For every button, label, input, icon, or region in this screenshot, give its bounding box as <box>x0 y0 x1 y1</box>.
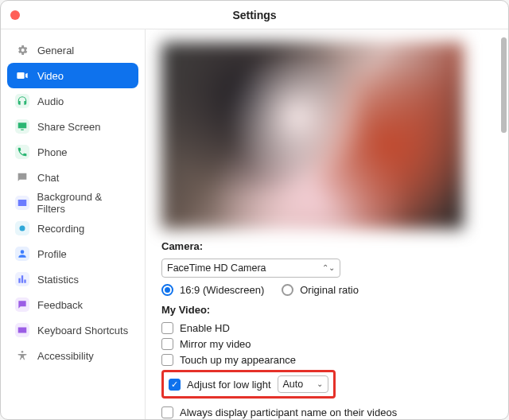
sidebar-item-label: Keyboard Shortcuts <box>37 325 128 336</box>
sidebar-item-keyboard-shortcuts[interactable]: Keyboard Shortcuts <box>7 317 138 343</box>
radio-widescreen[interactable] <box>161 284 173 296</box>
feedback-icon <box>15 298 29 312</box>
radio-original[interactable] <box>282 284 293 296</box>
background-icon <box>15 196 29 210</box>
lowlight-mode-select[interactable]: Auto ⌄ <box>278 375 328 393</box>
enable-hd-label: Enable HD <box>180 322 230 334</box>
radio-widescreen-label: 16:9 (Widescreen) <box>180 284 264 296</box>
sidebar-item-feedback[interactable]: Feedback <box>7 292 138 317</box>
sidebar-item-recording[interactable]: Recording <box>7 216 138 241</box>
sidebar-item-label: Video <box>37 70 64 82</box>
chevron-updown-icon: ⌃⌄ <box>322 264 335 272</box>
sidebar-item-label: Phone <box>37 146 68 158</box>
settings-window: Settings General Video Audio <box>0 0 509 420</box>
checkbox-enable-hd[interactable] <box>161 322 173 334</box>
camera-select-value: FaceTime HD Camera <box>167 262 266 274</box>
sidebar-item-label: General <box>37 45 74 56</box>
body: General Video Audio Share Screen <box>1 29 508 419</box>
sidebar-item-audio[interactable]: Audio <box>7 88 138 114</box>
window-title: Settings <box>232 9 276 21</box>
svg-point-1 <box>21 351 24 353</box>
camera-select[interactable]: FaceTime HD Camera ⌃⌄ <box>161 259 340 278</box>
video-icon <box>15 68 29 83</box>
camera-section-label: Camera: <box>161 240 492 252</box>
checkbox-touchup[interactable] <box>161 354 173 366</box>
share-screen-icon <box>15 119 29 134</box>
sidebar-item-phone[interactable]: Phone <box>7 139 138 165</box>
keyboard-icon <box>15 323 29 337</box>
sidebar-item-label: Chat <box>37 172 59 184</box>
sidebar-item-video[interactable]: Video <box>7 63 138 88</box>
close-window-button[interactable] <box>10 10 20 20</box>
lowlight-label: Adjust for low light <box>187 379 271 391</box>
camera-preview <box>161 42 464 229</box>
lowlight-mode-value: Auto <box>283 379 304 390</box>
sidebar-item-label: Background & Filters <box>37 191 130 215</box>
sidebar-item-chat[interactable]: Chat <box>7 165 138 190</box>
sidebar-item-label: Audio <box>37 95 64 107</box>
lowlight-highlight: ✓ Adjust for low light Auto ⌄ <box>161 370 336 399</box>
sidebar-item-background-filters[interactable]: Background & Filters <box>7 190 138 216</box>
chevron-updown-icon: ⌄ <box>317 380 323 388</box>
sidebar-item-label: Accessibility <box>37 350 94 362</box>
checkbox-mirror[interactable] <box>161 338 173 350</box>
sidebar-item-accessibility[interactable]: Accessibility <box>7 343 138 368</box>
sidebar-item-label: Profile <box>37 248 67 260</box>
sidebar-item-statistics[interactable]: Statistics <box>7 266 138 292</box>
touchup-label: Touch up my appearance <box>180 354 296 366</box>
scrollbar[interactable] <box>501 37 507 133</box>
aspect-ratio-group: 16:9 (Widescreen) Original ratio <box>161 284 492 296</box>
phone-icon <box>15 145 29 159</box>
main-panel: Camera: FaceTime HD Camera ⌃⌄ 16:9 (Wide… <box>146 29 508 419</box>
myvideo-section-label: My Video: <box>161 304 492 316</box>
sidebar-item-label: Share Screen <box>37 121 101 133</box>
sidebar-item-share-screen[interactable]: Share Screen <box>7 114 138 139</box>
profile-icon <box>15 247 29 261</box>
headphones-icon <box>15 94 29 108</box>
sidebar-item-label: Recording <box>37 223 84 235</box>
statistics-icon <box>15 272 29 286</box>
svg-point-0 <box>20 226 25 231</box>
mirror-label: Mirror my video <box>180 338 251 350</box>
my-video-options: Enable HD Mirror my video Touch up my ap… <box>161 322 492 418</box>
radio-original-label: Original ratio <box>300 284 359 296</box>
sidebar-item-label: Statistics <box>37 274 79 286</box>
accessibility-icon <box>15 348 29 363</box>
sidebar-item-label: Feedback <box>37 299 83 311</box>
record-icon <box>15 221 29 235</box>
titlebar: Settings <box>1 1 508 29</box>
gear-icon <box>15 43 29 57</box>
sidebar-item-general[interactable]: General <box>7 37 138 63</box>
always-display-label: Always display participant name on their… <box>180 406 397 418</box>
checkbox-lowlight[interactable]: ✓ <box>169 379 181 391</box>
chat-icon <box>15 170 29 185</box>
window-controls <box>10 10 20 20</box>
checkbox-always-display-name[interactable] <box>161 406 173 418</box>
sidebar: General Video Audio Share Screen <box>1 29 146 419</box>
sidebar-item-profile[interactable]: Profile <box>7 241 138 266</box>
